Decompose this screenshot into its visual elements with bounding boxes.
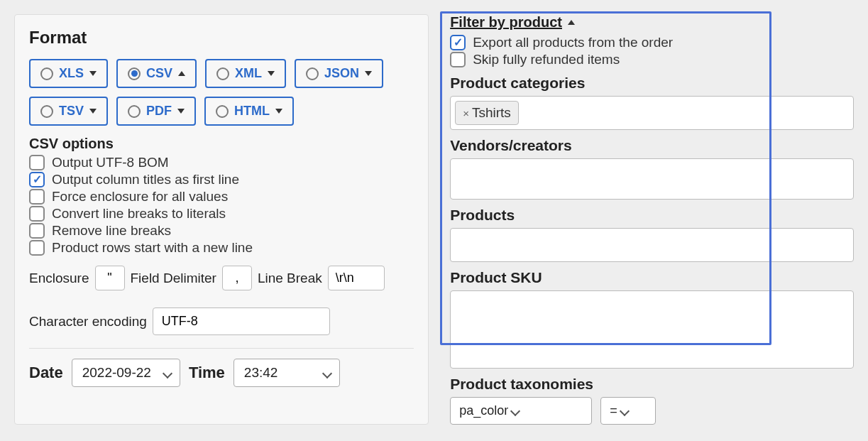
products-input[interactable] — [450, 228, 854, 262]
checkbox-utf8-bom[interactable] — [29, 155, 45, 170]
chevron-down-icon — [322, 369, 332, 379]
format-btn-pdf[interactable]: PDF — [116, 97, 196, 126]
format-btn-html[interactable]: HTML — [204, 97, 294, 126]
csv-options-title: CSV options — [29, 136, 414, 152]
format-buttons-row: XLS CSV XML JSON TSV — [29, 59, 414, 126]
radio-icon — [128, 105, 141, 118]
format-btn-label: JSON — [324, 66, 359, 81]
csv-opt-label: Convert line breaks to literals — [52, 206, 226, 222]
taxonomy-value: pa_color — [459, 403, 508, 418]
format-btn-label: XML — [235, 66, 262, 81]
checkbox-force-enclosure[interactable] — [29, 189, 45, 205]
product-categories-label: Product categories — [450, 75, 854, 92]
checkbox-convert-linebreaks[interactable] — [29, 206, 45, 222]
filter-title: Filter by product — [450, 14, 562, 31]
chevron-down-icon — [620, 406, 630, 416]
enclosure-label: Enclosure — [29, 271, 89, 286]
category-tag-label: Tshirts — [472, 105, 511, 121]
remove-tag-icon[interactable]: × — [463, 108, 469, 119]
csv-opt-row: Convert line breaks to literals — [29, 206, 414, 222]
format-btn-xls[interactable]: XLS — [29, 59, 108, 88]
csv-opt-label: Output UTF-8 BOM — [52, 155, 169, 170]
taxonomy-op: = — [610, 403, 617, 418]
filter-opt-row: Skip fully refunded items — [450, 52, 854, 67]
csv-opt-row: Product rows start with a new line — [29, 240, 414, 256]
format-title: Format — [29, 28, 414, 48]
radio-icon — [306, 67, 319, 80]
checkbox-remove-linebreaks[interactable] — [29, 223, 45, 239]
csv-opt-row: Output UTF-8 BOM — [29, 155, 414, 170]
encoding-label: Character encoding — [29, 314, 147, 330]
caret-down-icon — [268, 71, 275, 76]
format-btn-label: HTML — [234, 104, 270, 119]
taxonomies-label: Product taxonomies — [450, 376, 854, 393]
time-value: 23:42 — [244, 365, 278, 380]
products-label: Products — [450, 207, 854, 224]
taxonomy-attribute-select[interactable]: pa_color — [450, 397, 592, 425]
caret-down-icon — [365, 71, 372, 76]
date-label: Date — [29, 364, 63, 382]
csv-opt-row: Remove line breaks — [29, 223, 414, 239]
enclosure-input[interactable] — [95, 266, 125, 290]
filter-opt-row: Export all products from the order — [450, 35, 854, 50]
product-categories-input[interactable]: × Tshirts — [450, 96, 854, 130]
format-btn-label: CSV — [146, 66, 172, 81]
caret-up-icon — [178, 71, 185, 76]
encoding-input[interactable] — [153, 307, 330, 335]
format-btn-label: PDF — [146, 104, 172, 119]
checkbox-product-rows-newline[interactable] — [29, 240, 45, 256]
divider — [29, 348, 414, 349]
format-btn-xml[interactable]: XML — [205, 59, 286, 88]
format-btn-csv[interactable]: CSV — [116, 59, 197, 88]
radio-icon — [128, 67, 141, 80]
caret-up-icon — [568, 20, 575, 25]
radio-icon — [216, 105, 229, 118]
caret-down-icon — [275, 109, 282, 114]
taxonomy-operator-select[interactable]: = — [600, 397, 656, 425]
caret-down-icon — [89, 109, 97, 114]
checkbox-column-titles[interactable] — [29, 172, 45, 187]
time-select[interactable]: 23:42 — [234, 359, 340, 387]
linebreak-input[interactable] — [328, 266, 385, 290]
filter-opt-label: Skip fully refunded items — [473, 52, 620, 67]
csv-opt-label: Force enclosure for all values — [52, 189, 228, 205]
vendors-input[interactable] — [450, 158, 854, 200]
format-btn-label: TSV — [59, 104, 84, 119]
chevron-down-icon — [163, 369, 172, 379]
format-btn-label: XLS — [59, 66, 84, 81]
format-btn-json[interactable]: JSON — [295, 59, 383, 88]
csv-opt-label: Product rows start with a new line — [52, 240, 253, 256]
category-tag: × Tshirts — [455, 101, 519, 125]
caret-down-icon — [177, 109, 185, 114]
sku-label: Product SKU — [450, 269, 854, 286]
date-select[interactable]: 2022-09-22 — [72, 359, 180, 387]
linebreak-label: Line Break — [258, 271, 322, 286]
date-value: 2022-09-22 — [82, 365, 151, 380]
csv-opt-row: Force enclosure for all values — [29, 189, 414, 205]
caret-down-icon — [89, 71, 97, 76]
csv-opt-row: Output column titles as first line — [29, 172, 414, 187]
csv-opt-label: Remove line breaks — [52, 223, 171, 239]
radio-icon — [40, 67, 53, 80]
radio-icon — [40, 105, 53, 118]
csv-opt-label: Output column titles as first line — [52, 172, 239, 187]
checkbox-export-all-products[interactable] — [450, 35, 466, 50]
chevron-down-icon — [510, 406, 520, 416]
filter-panel: Filter by product Export all products fr… — [450, 14, 854, 425]
delimiter-label: Field Delimiter — [131, 271, 216, 286]
filter-by-product-link[interactable]: Filter by product — [450, 14, 575, 31]
sku-input[interactable] — [450, 290, 854, 369]
checkbox-skip-refunded[interactable] — [450, 52, 466, 67]
time-label: Time — [189, 364, 225, 382]
delimiter-input[interactable] — [222, 266, 252, 290]
format-panel: Format XLS CSV XML JSON — [14, 14, 429, 425]
filter-opt-label: Export all products from the order — [473, 35, 673, 50]
radio-icon — [216, 67, 229, 80]
vendors-label: Vendors/creators — [450, 137, 854, 154]
format-btn-tsv[interactable]: TSV — [29, 97, 108, 126]
